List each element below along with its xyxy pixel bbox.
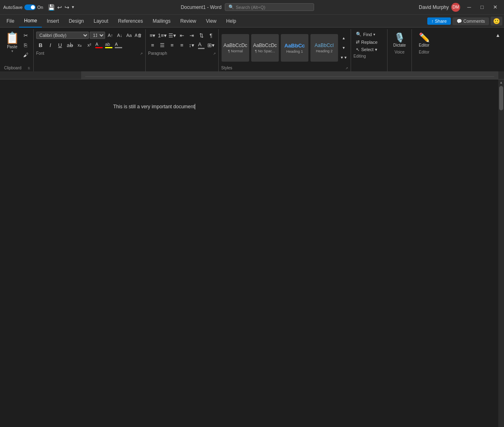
font-size-select[interactable]: 11	[90, 32, 105, 39]
close-button[interactable]: ✕	[489, 3, 501, 11]
multilevel-button[interactable]: ☰▾	[168, 31, 177, 40]
font-size-buttons: A↑ A↓ Aa A🗑	[106, 31, 143, 40]
search-bar[interactable]: 🔍 Search (Alt+Q)	[225, 3, 314, 11]
styles-expand-button[interactable]: ▼▼	[339, 53, 348, 62]
strikethrough-button[interactable]: ab̶	[65, 41, 74, 49]
style-normal[interactable]: AaBbCcDc ¶ Normal	[222, 34, 249, 62]
superscript-button[interactable]: x²	[85, 41, 94, 49]
font-name-select[interactable]: Calibri (Body)	[36, 32, 89, 39]
font-color-button[interactable]: A	[95, 41, 103, 49]
para-shading-indicator	[198, 48, 205, 49]
clipboard-expand[interactable]: ⎘	[28, 67, 30, 70]
increase-indent-button[interactable]: ⇥	[187, 31, 196, 40]
share-area: ↑ Share 💬 Comments 🙂	[427, 15, 502, 28]
style-no-space[interactable]: AaBbCcDc ¶ No Spac...	[251, 34, 279, 62]
text-cursor	[195, 104, 195, 109]
editor-button[interactable]: ✏️ Editor	[416, 31, 433, 49]
font-size-increase[interactable]: A↑	[106, 31, 115, 40]
decrease-indent-button[interactable]: ⇤	[177, 31, 186, 40]
toggle-dot	[31, 5, 35, 9]
document-scroll-area[interactable]: This is still a very important document	[0, 79, 498, 427]
undo-icon[interactable]: ↩	[57, 4, 62, 11]
subscript-button[interactable]: x₂	[75, 41, 84, 49]
document-text: This is still a very important document	[113, 104, 195, 109]
tab-file[interactable]: File	[2, 15, 19, 28]
clear-formatting-button[interactable]: A🗑	[134, 31, 143, 40]
highlight-button[interactable]: ab	[104, 41, 113, 49]
tab-references[interactable]: References	[113, 15, 148, 28]
tab-view[interactable]: View	[201, 15, 222, 28]
clipboard-group: 📋 Paste ▾ ✂ ⎘ 🖌 Clipboard ⎘	[2, 29, 34, 71]
document-page: This is still a very important document	[89, 88, 409, 427]
scroll-track[interactable]	[498, 85, 504, 427]
scroll-up-button[interactable]: ▲	[498, 79, 504, 85]
comments-button[interactable]: 💬 Comments	[452, 17, 489, 25]
autosave-area[interactable]: AutoSave On	[3, 4, 43, 10]
document-title: Document1 - Word	[181, 4, 221, 10]
minimize-button[interactable]: ─	[463, 3, 475, 11]
copy-button[interactable]: ⎘	[21, 41, 30, 49]
show-marks-button[interactable]: ¶	[207, 31, 215, 40]
bold-button[interactable]: B	[36, 41, 45, 49]
style-normal-text: AaBbCcDc	[224, 43, 248, 48]
font-expand[interactable]: ↗	[140, 52, 143, 56]
find-button[interactable]: 🔍 Find ▾	[353, 31, 385, 38]
style-heading2[interactable]: AaBbCcI Heading 2	[310, 34, 338, 62]
document-content[interactable]: This is still a very important document	[113, 104, 385, 109]
dictate-button[interactable]: 🎙️ Dictate	[390, 31, 409, 49]
tab-help[interactable]: Help	[221, 15, 241, 28]
paste-button[interactable]: 📋 Paste ▾	[4, 31, 20, 54]
align-right-button[interactable]: ≡	[168, 41, 177, 49]
tab-review[interactable]: Review	[175, 15, 201, 28]
editing-group-label: Editing	[353, 53, 366, 60]
change-case-button[interactable]: Aa	[125, 31, 134, 40]
customize-icon[interactable]: ▾	[72, 4, 74, 10]
paragraph-expand[interactable]: ↗	[213, 52, 216, 56]
user-area: David Murphy DM	[419, 3, 460, 12]
share-button[interactable]: ↑ Share	[427, 17, 451, 25]
line-spacing-button[interactable]: ↕▾	[187, 41, 196, 49]
style-heading1-text: AaBbCc	[284, 43, 305, 49]
collapse-ribbon-area: ▲	[493, 29, 502, 71]
justify-button[interactable]: ≡	[177, 41, 186, 49]
replace-icon: ⇄	[356, 39, 360, 45]
bullets-button[interactable]: ≡▾	[148, 31, 157, 40]
select-button[interactable]: ↖ Select ▾	[353, 46, 385, 53]
save-icon[interactable]: 💾	[48, 4, 55, 11]
content-with-scrollbar: This is still a very important document …	[0, 79, 504, 427]
tab-home[interactable]: Home	[19, 15, 42, 28]
restore-button[interactable]: □	[476, 3, 488, 11]
numbering-button[interactable]: 1≡▾	[158, 31, 167, 40]
styles-scroll-down[interactable]: ▼	[339, 43, 348, 52]
italic-button[interactable]: I	[46, 41, 55, 49]
style-heading1[interactable]: AaBbCc Heading 1	[281, 34, 308, 62]
tab-design[interactable]: Design	[64, 15, 88, 28]
feedback-button[interactable]: 🙂	[491, 17, 502, 26]
vertical-scrollbar[interactable]: ▲ ▼	[498, 79, 504, 427]
borders-button[interactable]: ⊞▾	[207, 41, 215, 49]
tab-insert[interactable]: Insert	[42, 15, 64, 28]
scroll-thumb[interactable]	[499, 86, 503, 110]
styles-scroll-up[interactable]: ▲	[339, 34, 348, 43]
user-name: David Murphy	[419, 4, 449, 10]
format-painter-button[interactable]: 🖌	[21, 50, 30, 59]
font-size-decrease[interactable]: A↓	[115, 31, 124, 40]
highlight-indicator	[105, 47, 112, 48]
align-center-button[interactable]: ☰	[158, 41, 167, 49]
styles-expand[interactable]: ↗	[345, 67, 348, 70]
align-left-button[interactable]: ≡	[148, 41, 157, 49]
cut-button[interactable]: ✂	[21, 31, 30, 40]
underline-button[interactable]: U	[56, 41, 65, 49]
shading-button[interactable]: A	[114, 41, 123, 49]
sort-button[interactable]: ⇅	[197, 31, 206, 40]
avatar[interactable]: DM	[451, 3, 460, 12]
tab-mailings[interactable]: Mailings	[148, 15, 175, 28]
autosave-toggle[interactable]	[24, 4, 36, 10]
tab-layout[interactable]: Layout	[89, 15, 113, 28]
paragraph-row1: ≡▾ 1≡▾ ☰▾ ⇤ ⇥ ⇅ ¶	[148, 31, 216, 40]
style-heading2-text: AaBbCcI	[314, 43, 334, 48]
collapse-ribbon-button[interactable]: ▲	[493, 31, 502, 40]
paragraph-shading-button[interactable]: A	[197, 41, 206, 49]
replace-button[interactable]: ⇄ Replace	[353, 39, 385, 45]
redo-icon[interactable]: ↪	[65, 4, 69, 11]
